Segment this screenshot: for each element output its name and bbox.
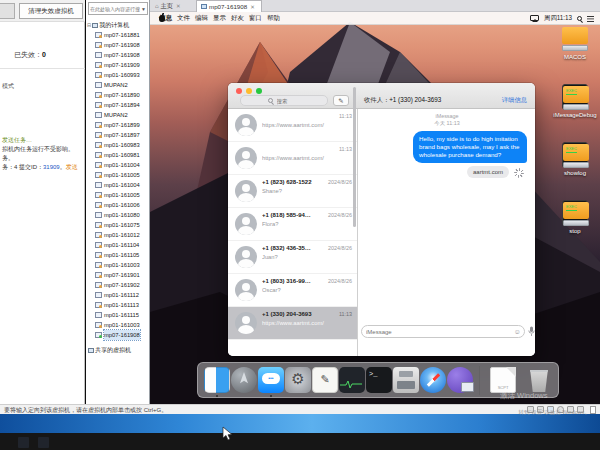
message-input-bar[interactable]: ☺ (361, 325, 525, 338)
vm-tree-item[interactable]: mp07-161901 (86, 270, 150, 280)
collapse-icon[interactable]: ⊟ (87, 22, 91, 28)
compose-new-message-button[interactable]: ✎ (333, 95, 349, 106)
vm-icon (95, 32, 102, 38)
zoom-window-button[interactable] (256, 88, 262, 94)
conversation-row[interactable]: 11:13 https://www.aartmt.com/ (228, 109, 357, 142)
vm-tree-item[interactable]: mp01-161006 (86, 200, 150, 210)
conversation-row[interactable]: +1 (330) 204-3693 11:13 https://www.aart… (228, 307, 357, 340)
vm-tree-item[interactable]: mp01-161003 (86, 260, 150, 270)
system-preferences-icon[interactable]: ⚙ (285, 367, 311, 393)
notification-center-icon[interactable] (587, 16, 594, 22)
clean-invalid-vms-button[interactable]: 清理失效虚拟机 (19, 3, 83, 19)
vm-tree-item[interactable]: mp01-161005 (86, 190, 150, 200)
close-tab-icon[interactable]: ✕ (176, 3, 181, 9)
messages-search-input[interactable] (275, 97, 301, 105)
spotlight-icon[interactable] (577, 16, 582, 21)
microphone-icon[interactable] (528, 326, 535, 337)
conversation-row[interactable]: +1 (803) 316-99… 2024/8/26 Oscar? (228, 274, 357, 307)
safari-icon[interactable] (420, 367, 446, 393)
conversation-row[interactable]: +1 (823) 628-1522 2024/8/26 Shane? (228, 175, 357, 208)
conversation-row[interactable]: +1 (832) 436-35… 2024/8/26 Juan? (228, 241, 357, 274)
vm-tree-item[interactable]: mp01-160981 (86, 150, 150, 160)
vm-tree-item[interactable]: mp07-161881 (86, 30, 150, 40)
recipient-number: +1 (330) 204-3693 (389, 96, 441, 103)
vm-tree-item[interactable]: mp01-161003 (86, 320, 150, 330)
message-input[interactable] (362, 329, 514, 335)
textedit-icon[interactable]: ✎ (312, 367, 338, 393)
desktop-icon[interactable]: EXEC iMessageDebug (552, 84, 598, 128)
vm-tree-item[interactable]: mp01-161012 (86, 230, 150, 240)
apple-menu-icon[interactable] (159, 15, 165, 22)
vm-tree-item[interactable]: mp01-161004 (86, 180, 150, 190)
messages-app-icon[interactable] (258, 367, 284, 393)
menubar-menu[interactable]: 文件 (177, 14, 190, 23)
terminal-icon[interactable]: >_ (366, 367, 392, 393)
minimize-window-button[interactable] (246, 88, 252, 94)
vm-tree-item[interactable]: mp01-161105 (86, 250, 150, 260)
desktop-icon[interactable]: EXEC stop (552, 200, 598, 244)
close-window-button[interactable] (236, 88, 242, 94)
message-log-icon[interactable] (590, 406, 596, 414)
vm-tree-item[interactable]: mp07-161902 (86, 280, 150, 290)
display-mirroring-icon[interactable] (530, 15, 539, 21)
menu-bar-status: 周四11:13 (530, 14, 594, 23)
link-bubble[interactable]: aartmt.com (467, 166, 509, 178)
details-link[interactable]: 详细信息 (502, 96, 527, 105)
vm-tree-item[interactable]: mp01-161004 (86, 160, 150, 170)
vm-tree-item[interactable]: mp07-161899 (86, 120, 150, 130)
vm-tree-item[interactable]: mp07-161890 (86, 90, 150, 100)
conversation-row[interactable]: +1 (818) 585-94… 2024/8/26 Flora? (228, 208, 357, 241)
menubar-menu[interactable]: 编辑 (195, 14, 208, 23)
menubar-menu[interactable]: 帮助 (267, 14, 280, 23)
emoji-picker-icon[interactable]: ☺ (514, 328, 521, 335)
trash-icon[interactable] (526, 367, 552, 393)
vm-tree-item[interactable]: mp07-161908 (86, 40, 150, 50)
vm-tree-item[interactable]: mp07-161897 (86, 130, 150, 140)
vm-tree-item[interactable]: mp01-161075 (86, 220, 150, 230)
vm-tree-item[interactable]: mp07-161909 (86, 60, 150, 70)
desktop-icon-label: showlog (564, 170, 586, 176)
vm-tree-item[interactable]: MUPAN2 (86, 110, 150, 120)
vm-tree-item[interactable]: mp01-161005 (86, 170, 150, 180)
applescript-file-icon[interactable]: SCPT (490, 367, 516, 393)
vm-tree-item[interactable]: mp07-161908 (86, 330, 150, 340)
messages-search-field[interactable] (240, 95, 328, 106)
scrollbar[interactable] (353, 87, 356, 227)
finder-icon[interactable] (204, 367, 230, 393)
desktop-icon[interactable]: EXEC MACOS (552, 26, 598, 70)
vm-tree-item[interactable]: mp01-161113 (86, 300, 150, 310)
tab-vm-mp07-161908[interactable]: mp07-161908 ✕ (196, 0, 262, 12)
tree-node-shared-vms[interactable]: 共享的虚拟机 (87, 346, 131, 355)
vm-tree-item[interactable]: mp01-161115 (86, 310, 150, 320)
vm-tree-item[interactable]: mp01-160983 (86, 140, 150, 150)
vm-tree-item[interactable]: mp01-161112 (86, 290, 150, 300)
vm-search-box[interactable]: ▼ (88, 2, 148, 15)
toolbar-button-partial[interactable] (0, 3, 15, 19)
menubar-menu[interactable]: 显示 (213, 14, 226, 23)
chevron-down-icon[interactable]: ▼ (141, 6, 147, 12)
messages-title-bar[interactable]: ✎ 收件人：+1 (330) 204-3693 详细信息 (228, 83, 535, 109)
vm-search-input[interactable] (89, 6, 141, 12)
vm-tree-item[interactable]: mp01-160993 (86, 70, 150, 80)
conversation-list: 11:13 https://www.aartmt.com/ 11:13 http… (228, 109, 358, 356)
menubar-menu[interactable]: 窗口 (249, 14, 262, 23)
desktop-icon[interactable]: EXEC showlog (552, 142, 598, 186)
taskbar-icon[interactable] (38, 437, 49, 448)
vm-tree-item[interactable]: mp07-161894 (86, 100, 150, 110)
vm-tree-item[interactable]: mp01-161080 (86, 210, 150, 220)
tree-node-my-computer[interactable]: ⊟我的计算机 (87, 21, 129, 30)
archive-utility-icon[interactable] (393, 367, 419, 393)
vm-tree-item[interactable]: MUPAN2 (86, 80, 150, 90)
activity-monitor-icon[interactable] (339, 367, 365, 393)
menu-bar-clock[interactable]: 周四11:13 (544, 14, 572, 23)
close-tab-icon[interactable]: ✕ (250, 4, 255, 10)
conversation-row[interactable]: 11:13 https://www.aartmt.com/ (228, 142, 357, 175)
tab-home[interactable]: ⌂ 主页 ✕ (151, 0, 195, 12)
vm-tree-item[interactable]: mp07-161908 (86, 50, 150, 60)
taskbar-icon[interactable] (18, 437, 29, 448)
launchpad-icon[interactable] (231, 367, 257, 393)
vm-icon (95, 132, 102, 138)
vm-tree-item[interactable]: mp01-161104 (86, 240, 150, 250)
screen-sharing-icon[interactable] (447, 367, 473, 393)
menubar-menu[interactable]: 好友 (231, 14, 244, 23)
